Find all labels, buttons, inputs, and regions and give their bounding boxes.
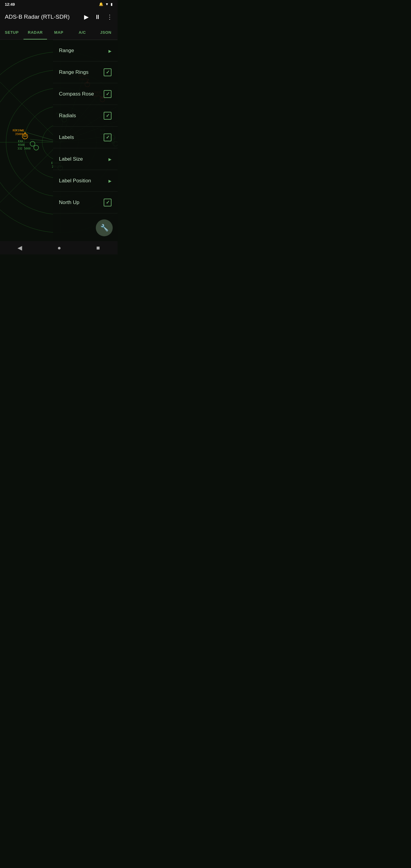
- more-button[interactable]: ⋮: [107, 13, 113, 21]
- compass-rose-checkbox[interactable]: [104, 90, 112, 98]
- menu-overlay: Range Range Rings Compass Rose Radials L…: [53, 40, 118, 241]
- fab-settings[interactable]: 🔧: [96, 219, 113, 236]
- pause-button[interactable]: ⏸: [95, 13, 101, 21]
- status-icons: 🔔 ▼ ▮: [99, 2, 113, 6]
- menu-label-north-up: North Up: [59, 199, 80, 206]
- menu-label-labels: Labels: [59, 134, 74, 141]
- wrench-icon: 🔧: [100, 224, 108, 232]
- range-arrow-icon: [108, 48, 112, 54]
- menu-item-compass-rose[interactable]: Compass Rose: [53, 83, 118, 105]
- toolbar: ADS-B Radar (RTL-SDR) ▶ ⏸ ⋮: [0, 8, 118, 25]
- svg-text:35000: 35000: [15, 133, 23, 135]
- menu-item-radials[interactable]: Radials: [53, 105, 118, 127]
- tab-setup[interactable]: SETUP: [0, 25, 24, 39]
- menu-item-label-position[interactable]: Label Position: [53, 170, 118, 192]
- status-time: 12:49: [5, 2, 15, 7]
- nav-home-button[interactable]: ●: [57, 244, 61, 251]
- play-button[interactable]: ▶: [84, 13, 89, 21]
- tab-radar[interactable]: RADAR: [24, 25, 47, 39]
- menu-label-label-position: Label Position: [59, 178, 91, 184]
- menu-label-range-rings: Range Rings: [59, 69, 89, 75]
- label-position-arrow-icon: [108, 178, 112, 184]
- menu-item-north-up[interactable]: North Up: [53, 192, 118, 213]
- app-title: ADS-B Radar (RTL-SDR): [5, 13, 70, 20]
- menu-label-range: Range: [59, 48, 74, 54]
- wifi-icon: ▼: [105, 2, 109, 6]
- menu-item-label-size[interactable]: Label Size: [53, 148, 118, 170]
- labels-checkbox[interactable]: [104, 133, 112, 141]
- tab-json[interactable]: JSON: [94, 25, 118, 39]
- menu-label-label-size: Label Size: [59, 156, 83, 162]
- menu-item-labels[interactable]: Labels: [53, 127, 118, 148]
- main-area: N A40600E 28525▲ 407667 26675▲ LOG87E 99…: [0, 40, 118, 241]
- svg-text:332 5000: 332 5000: [18, 147, 30, 150]
- nav-bar: ◀ ● ■: [0, 241, 118, 254]
- menu-label-compass-rose: Compass Rose: [59, 91, 94, 97]
- tabs: SETUP RADAR MAP A/C JSON: [0, 25, 118, 40]
- tab-ac[interactable]: A/C: [70, 25, 94, 39]
- range-rings-checkbox[interactable]: [104, 68, 112, 76]
- status-bar: 12:49 🔔 ▼ ▮: [0, 0, 118, 8]
- toolbar-actions: ▶ ⏸ ⋮: [84, 13, 113, 21]
- menu-item-range-rings[interactable]: Range Rings: [53, 61, 118, 83]
- radials-checkbox[interactable]: [104, 112, 112, 120]
- svg-text:EXA: EXA: [18, 140, 23, 143]
- menu-label-radials: Radials: [59, 113, 76, 119]
- notification-icon: 🔔: [99, 2, 103, 6]
- nav-recent-button[interactable]: ■: [96, 244, 100, 251]
- label-size-arrow-icon: [108, 156, 112, 162]
- battery-icon: ▮: [110, 2, 113, 6]
- svg-text:R508: R508: [18, 144, 25, 147]
- north-up-checkbox[interactable]: [104, 198, 112, 207]
- tab-map[interactable]: MAP: [47, 25, 70, 39]
- nav-back-button[interactable]: ◀: [18, 244, 22, 251]
- menu-item-range[interactable]: Range: [53, 40, 118, 61]
- svg-text:RUK19WK: RUK19WK: [13, 129, 24, 132]
